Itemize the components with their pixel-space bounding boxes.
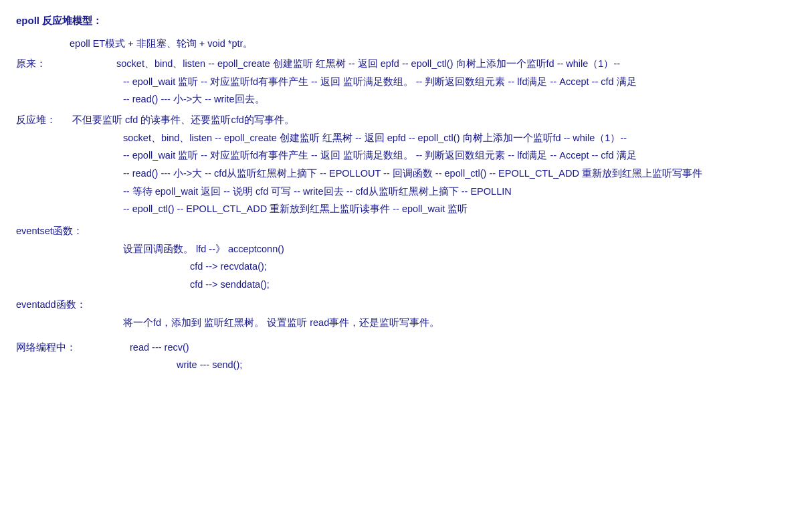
fayingdui-text4: -- 等待 epoll_wait 返回 -- 说明 cfd 可写 -- writ… [123, 186, 512, 197]
fayingdui-text2: -- epoll_wait 监听 -- 对应监听fd有事件产生 -- 返回 监听… [123, 150, 637, 161]
yuanlai-text3: -- read() --- 小->大 -- write回去。 [123, 94, 265, 104]
fayingdui-section: 反应堆： 不但要监听 cfd 的读事件、还要监听cfd的写事件。 socket、… [16, 112, 796, 217]
eventset-text3: cfd --> senddata(); [190, 279, 270, 290]
eventset-line2: cfd --> recvdata(); [190, 258, 796, 275]
eventset-text1: 设置回调函数。 lfd --》 acceptconn() [123, 244, 284, 254]
fayingdui-header: 反应堆： 不但要监听 cfd 的读事件、还要监听cfd的写事件。 [16, 112, 796, 128]
et-mode-text: epoll ET模式 + 非阻塞、轮询 + void *ptr。 [70, 38, 253, 49]
fayingdui-line3: -- read() --- 小->大 -- cfd从监听红黑树上摘下 -- EP… [123, 165, 796, 182]
network-write-text: write --- send(); [177, 359, 242, 370]
eventset-label: eventset函数： [16, 223, 796, 240]
fayingdui-line1: socket、bind、listen -- epoll_create 创建监听 … [123, 130, 796, 147]
eventadd-label-text: eventadd函数： [16, 299, 86, 310]
fayingdui-text1: socket、bind、listen -- epoll_create 创建监听 … [123, 132, 627, 143]
fayingdui-line5: -- epoll_ctl() -- EPOLL_CTL_ADD 重新放到红黑上监… [123, 201, 796, 217]
content-area: epoll ET模式 + 非阻塞、轮询 + void *ptr。 原来： soc… [16, 35, 796, 374]
eventadd-line1: 将一个fd，添加到 监听红黑树。 设置监听 read事件，还是监听写事件。 [123, 315, 796, 331]
et-mode-section: epoll ET模式 + 非阻塞、轮询 + void *ptr。 [70, 35, 796, 52]
network-write-line: write --- send(); [177, 357, 796, 373]
fayingdui-label: 反应堆： [16, 112, 70, 128]
eventadd-section: eventadd函数： 将一个fd，添加到 监听红黑树。 设置监听 read事件… [16, 296, 796, 331]
eventadd-label: eventadd函数： [16, 296, 796, 313]
eventset-label-text: eventset函数： [16, 226, 83, 236]
yuanlai-line2: -- epoll_wait 监听 -- 对应监听fd有事件产生 -- 返回 监听… [123, 74, 796, 90]
page-title: epoll 反应堆模型： [16, 12, 796, 29]
network-label-text: 网络编程中： [16, 339, 76, 356]
yuanlai-label: 原来： [16, 56, 70, 72]
fayingdui-text3: -- read() --- 小->大 -- cfd从监听红黑树上摘下 -- EP… [123, 168, 702, 179]
yuanlai-text1: socket、bind、listen -- epoll_create 创建监听 … [116, 56, 620, 72]
yuanlai-section: 原来： socket、bind、listen -- epoll_create 创… [16, 56, 796, 108]
eventset-text2: cfd --> recvdata(); [190, 261, 267, 272]
yuanlai-text2: -- epoll_wait 监听 -- 对应监听fd有事件产生 -- 返回 监听… [123, 76, 637, 87]
eventadd-text1: 将一个fd，添加到 监听红黑树。 设置监听 read事件，还是监听写事件。 [123, 317, 439, 328]
fayingdui-text5: -- epoll_ctl() -- EPOLL_CTL_ADD 重新放到红黑上监… [123, 203, 468, 214]
fayingdui-line4: -- 等待 epoll_wait 返回 -- 说明 cfd 可写 -- writ… [123, 183, 796, 200]
network-section: 网络编程中： read --- recv() write --- send(); [16, 339, 796, 373]
eventset-line3: cfd --> senddata(); [190, 276, 796, 293]
yuanlai-line1: 原来： socket、bind、listen -- epoll_create 创… [16, 56, 796, 72]
eventset-section: eventset函数： 设置回调函数。 lfd --》 acceptconn()… [16, 223, 796, 293]
fayingdui-desc: 不但要监听 cfd 的读事件、还要监听cfd的写事件。 [72, 112, 294, 128]
eventset-line1: 设置回调函数。 lfd --》 acceptconn() [123, 241, 796, 258]
network-header: 网络编程中： read --- recv() [16, 339, 796, 356]
fayingdui-line2: -- epoll_wait 监听 -- 对应监听fd有事件产生 -- 返回 监听… [123, 147, 796, 164]
yuanlai-line3: -- read() --- 小->大 -- write回去。 [123, 91, 796, 108]
network-read-text: read --- recv() [130, 339, 189, 356]
